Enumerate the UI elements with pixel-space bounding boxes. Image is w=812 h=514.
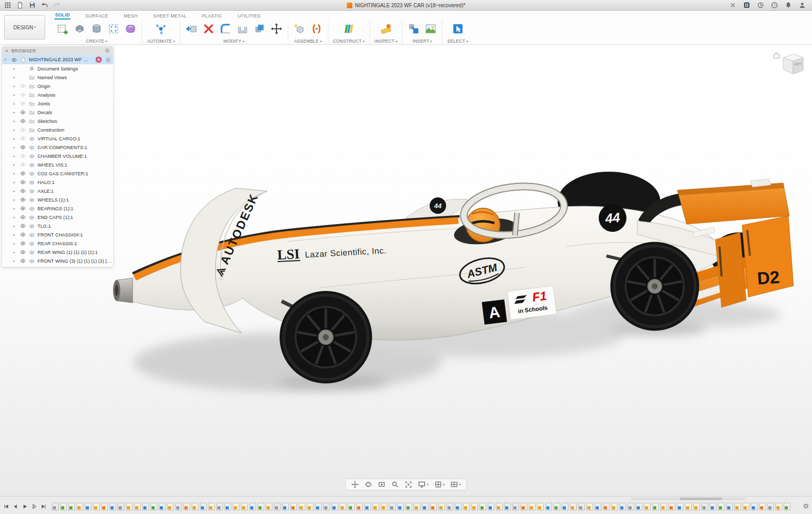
timeline-feature-icon[interactable] <box>241 503 248 510</box>
timeline-feature-icon[interactable] <box>537 503 544 510</box>
visibility-eye-icon[interactable] <box>20 249 26 255</box>
browser-item[interactable]: ▸REAR WING (1) (1) (2) (1):1 <box>2 248 113 256</box>
visibility-eye-icon[interactable] <box>20 109 26 115</box>
timeline-feature-icon[interactable] <box>249 503 256 510</box>
timeline-feature-icon[interactable] <box>784 503 790 510</box>
expand-arrow[interactable]: ▸ <box>13 172 17 176</box>
visibility-eye-icon[interactable] <box>20 136 26 141</box>
activate-radio-icon[interactable] <box>105 57 111 63</box>
timeline-scrollbar[interactable] <box>631 498 746 500</box>
timeline-feature-icon[interactable] <box>504 503 511 510</box>
visibility-eye-icon[interactable] <box>20 101 26 106</box>
pattern-button[interactable] <box>107 22 120 35</box>
timeline-feature-icon[interactable] <box>356 503 363 510</box>
browser-item[interactable]: ▸CO2 GAS CANISTER:1 <box>2 169 113 178</box>
group-label-assemble[interactable]: ASSEMBLE <box>294 39 322 44</box>
visibility-eye-icon[interactable] <box>20 232 26 237</box>
delete-button[interactable] <box>202 22 215 35</box>
timeline-feature-icon[interactable] <box>422 503 429 510</box>
timeline-feature-icon[interactable] <box>397 503 404 510</box>
timeline-feature-icon[interactable] <box>414 503 420 510</box>
timeline-feature-icon[interactable] <box>225 503 231 510</box>
viewcube-face-label[interactable]: LEFT <box>794 62 802 66</box>
group-label-select[interactable]: SELECT <box>447 39 468 44</box>
group-label-insert[interactable]: INSERT <box>413 39 433 44</box>
timeline-feature-icon[interactable] <box>200 503 207 510</box>
timeline-feature-icon[interactable] <box>68 503 75 510</box>
expand-arrow[interactable]: ▸ <box>13 119 17 123</box>
extrude-button[interactable] <box>73 22 86 35</box>
timeline-feature-icon[interactable] <box>118 503 124 510</box>
visibility-eye-icon[interactable] <box>20 118 26 124</box>
move-button[interactable] <box>270 22 283 35</box>
timeline-feature-icon[interactable] <box>93 503 100 510</box>
browser-item[interactable]: ▸WHEELS (1):1 <box>2 195 113 204</box>
tab-sheet-metal[interactable]: SHEET METAL <box>153 13 187 20</box>
timeline-feature-icon[interactable] <box>331 503 338 510</box>
timeline-feature-icon[interactable] <box>545 503 552 510</box>
timeline-feature-icon[interactable] <box>759 503 766 510</box>
visibility-eye-icon[interactable] <box>20 127 26 133</box>
expand-arrow[interactable]: ▸ <box>13 198 17 202</box>
expand-arrow[interactable]: ▸ <box>13 111 17 115</box>
group-label-automate[interactable]: AUTOMATE <box>147 39 175 44</box>
history-clock-icon[interactable] <box>757 2 764 9</box>
browser-item[interactable]: ▸FRONT WING (3) (1) (1) (1) (2) (1... <box>2 256 113 265</box>
browser-item[interactable]: ▸CHAMBER VOLUME:1 <box>2 152 113 160</box>
timeline-feature-icon[interactable] <box>52 503 59 510</box>
timeline-feature-icon[interactable] <box>496 503 503 510</box>
timeline-feature-icon[interactable] <box>340 503 346 510</box>
expand-arrow[interactable]: ▸ <box>13 233 17 237</box>
user-avatar-icon[interactable] <box>799 2 806 9</box>
timeline-feature-icon[interactable] <box>364 503 371 510</box>
orbit-button[interactable] <box>364 481 372 488</box>
expand-arrow[interactable]: ▸ <box>13 163 17 167</box>
timeline-feature-icon[interactable] <box>660 503 667 510</box>
timeline-feature-icon[interactable] <box>405 503 412 510</box>
browser-item[interactable]: ▸HALO:1 <box>2 178 113 187</box>
browser-filter-icon[interactable] <box>104 48 110 53</box>
timeline-feature-icon[interactable] <box>463 503 470 510</box>
help-icon[interactable]: ? <box>771 2 778 9</box>
timeline-feature-icon[interactable] <box>373 503 379 510</box>
visibility-eye-icon[interactable] <box>20 223 26 229</box>
timeline-feature-icon[interactable] <box>438 503 445 510</box>
visibility-eye-icon[interactable] <box>20 83 26 89</box>
timeline-feature-icon[interactable] <box>644 503 651 510</box>
expand-arrow[interactable]: ▸ <box>13 207 17 211</box>
step-back-button[interactable] <box>12 503 19 510</box>
browser-root-item[interactable]: ▾NIGHTINGALE 2023 WF CA...A <box>2 55 113 64</box>
measure-button[interactable] <box>379 22 393 35</box>
browser-item[interactable]: ▸FRONT CHASSIS#:1 <box>2 230 113 239</box>
zoom-window-button[interactable] <box>391 481 399 488</box>
visibility-eye-icon[interactable] <box>20 188 26 194</box>
browser-item[interactable]: ▸Joints <box>2 99 113 108</box>
timeline-feature-icon[interactable] <box>553 503 560 510</box>
fillet-button[interactable] <box>219 22 232 35</box>
browser-item[interactable]: ▸⚙Document Settings <box>2 64 113 73</box>
timeline-feature-icon[interactable] <box>274 503 281 510</box>
timeline-settings-gear-icon[interactable]: ⚙ <box>803 503 809 509</box>
expand-arrow[interactable]: ▸ <box>13 224 17 228</box>
timeline-feature-icon[interactable] <box>175 503 182 510</box>
expand-arrow[interactable]: ▸ <box>13 180 17 185</box>
timeline-feature-icon[interactable] <box>167 503 174 510</box>
browser-item[interactable]: ▸Construction <box>2 125 113 134</box>
timeline-feature-icon[interactable] <box>159 503 165 510</box>
timeline-feature-icon[interactable] <box>570 503 577 510</box>
expand-arrow[interactable]: ▸ <box>13 67 17 71</box>
group-label-create[interactable]: CREATE <box>86 39 107 44</box>
timeline-feature-icon[interactable] <box>685 503 692 510</box>
timeline-feature-icon[interactable] <box>479 503 486 510</box>
timeline-feature-icon[interactable] <box>603 503 610 510</box>
play-button[interactable] <box>22 503 28 510</box>
visibility-eye-icon[interactable] <box>20 206 26 211</box>
expand-arrow[interactable]: ▸ <box>13 259 17 263</box>
timeline-feature-icon[interactable] <box>718 503 725 510</box>
browser-item[interactable]: ▸Origin <box>2 82 113 90</box>
timeline-feature-icon[interactable] <box>702 503 708 510</box>
home-icon[interactable] <box>774 53 779 58</box>
visibility-eye-icon[interactable] <box>20 179 26 185</box>
notifications-bell-icon[interactable] <box>785 2 792 9</box>
timeline-feature-icon[interactable] <box>447 503 453 510</box>
